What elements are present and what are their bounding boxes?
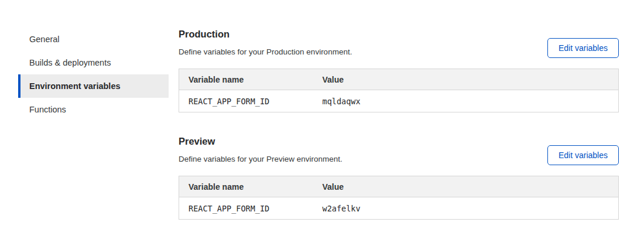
preview-section-titles: Preview Define variables for your Previe…: [179, 135, 547, 164]
variable-name-cell: REACT_APP_FORM_ID: [179, 90, 313, 112]
preview-edit-variables-button[interactable]: Edit variables: [547, 145, 619, 165]
sidebar-item-builds-deployments[interactable]: Builds & deployments: [18, 51, 169, 74]
production-variables-table: Variable name Value REACT_APP_FORM_ID mq…: [179, 69, 619, 112]
sidebar-item-label: Environment variables: [29, 81, 121, 91]
variable-value-cell: mqldaqwx: [313, 90, 619, 112]
production-section-titles: Production Define variables for your Pro…: [179, 28, 547, 57]
sidebar-item-label: Functions: [29, 105, 66, 114]
preview-title: Preview: [179, 135, 547, 147]
sidebar-item-label: General: [29, 35, 60, 44]
sidebar-item-functions[interactable]: Functions: [18, 98, 169, 121]
variable-name-column-header: Variable name: [179, 69, 313, 90]
preview-section: Preview Define variables for your Previe…: [179, 135, 619, 220]
table-header-row: Variable name Value: [179, 176, 619, 197]
variable-value-cell: w2afelkv: [313, 197, 619, 220]
table-row: REACT_APP_FORM_ID mqldaqwx: [179, 90, 619, 112]
variable-name-column-header: Variable name: [179, 176, 313, 197]
table-header-row: Variable name Value: [179, 69, 619, 90]
production-edit-variables-button[interactable]: Edit variables: [547, 38, 619, 58]
production-section: Production Define variables for your Pro…: [179, 28, 619, 112]
value-column-header: Value: [313, 176, 619, 197]
preview-section-header: Preview Define variables for your Previe…: [179, 135, 619, 164]
table-row: REACT_APP_FORM_ID w2afelkv: [179, 197, 619, 220]
sidebar-item-label: Builds & deployments: [29, 58, 111, 67]
settings-sidebar: General Builds & deployments Environment…: [18, 28, 169, 121]
environment-variables-content: Production Define variables for your Pro…: [179, 28, 619, 242]
sidebar-item-environment-variables[interactable]: Environment variables: [18, 74, 169, 98]
production-title: Production: [179, 28, 547, 40]
preview-variables-table: Variable name Value REACT_APP_FORM_ID w2…: [179, 176, 619, 220]
production-description: Define variables for your Production env…: [179, 47, 547, 57]
sidebar-item-general[interactable]: General: [18, 28, 169, 51]
variable-name-cell: REACT_APP_FORM_ID: [179, 197, 313, 220]
production-section-header: Production Define variables for your Pro…: [179, 28, 619, 57]
settings-page: General Builds & deployments Environment…: [0, 0, 644, 246]
preview-description: Define variables for your Preview enviro…: [179, 154, 547, 164]
value-column-header: Value: [313, 69, 619, 90]
